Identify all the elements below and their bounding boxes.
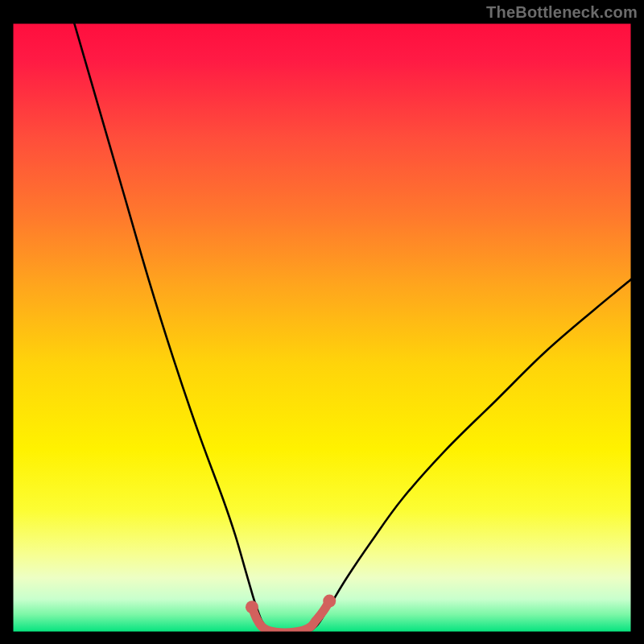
gradient-background	[12, 23, 632, 633]
bottleneck-chart	[0, 0, 644, 644]
optimal-range-endpoint-left	[246, 601, 258, 613]
chart-stage: { "watermark": "TheBottleneck.com", "col…	[0, 0, 644, 644]
watermark-text: TheBottleneck.com	[486, 3, 638, 22]
optimal-range-endpoint-right	[323, 595, 336, 608]
